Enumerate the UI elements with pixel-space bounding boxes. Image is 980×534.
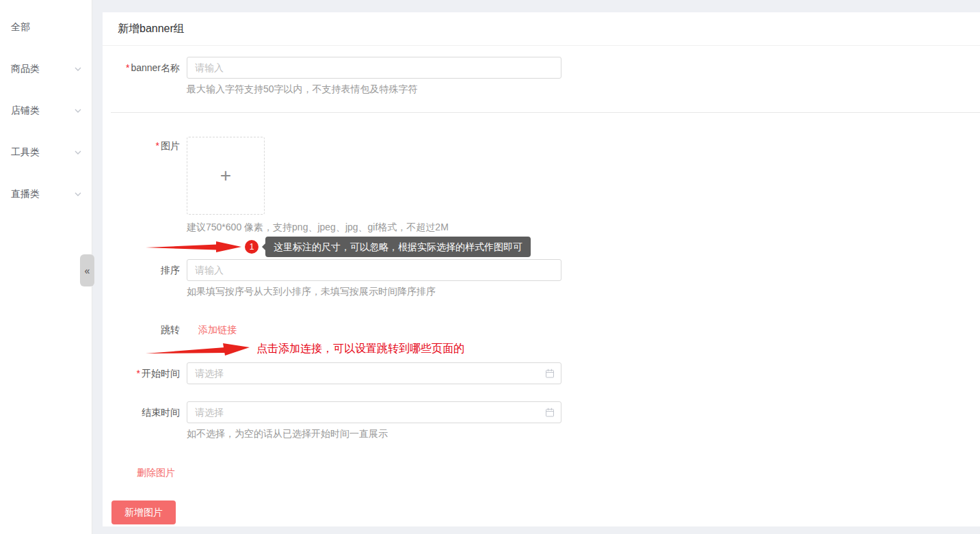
image-upload-box[interactable]: + bbox=[187, 137, 265, 215]
sidebar-collapse-button[interactable]: « bbox=[80, 254, 94, 286]
chevron-down-icon bbox=[74, 190, 82, 198]
sort-input[interactable] bbox=[187, 259, 561, 281]
section-divider bbox=[111, 112, 980, 113]
page-title: 新增banner组 bbox=[118, 22, 185, 36]
size-note-annotation: 1 这里标注的尺寸，可以忽略，根据实际选择的样式作图即可 bbox=[146, 237, 980, 257]
sort-helper: 如果填写按序号从大到小排序，未填写按展示时间降序排序 bbox=[187, 285, 561, 298]
tooltip-arrow bbox=[262, 243, 265, 250]
category-sidebar: 全部 商品类 店铺类 工具类 直播类 bbox=[0, 0, 92, 534]
link-note-annotation: 点击添加连接，可以设置跳转到哪些页面的 bbox=[146, 341, 980, 357]
image-helper: 建议750*600 像素，支持png、jpeg、jpg、gif格式，不超过2M bbox=[187, 221, 449, 234]
sidebar-item-label: 工具类 bbox=[11, 146, 74, 159]
card-header: 新增banner组 bbox=[103, 12, 980, 46]
add-image-button[interactable]: 新增图片 bbox=[111, 500, 176, 524]
jump-label: 跳转 bbox=[103, 323, 187, 336]
banner-admin-page: { "sidebar": { "items": [ { "label": "全部… bbox=[0, 0, 980, 534]
end-time-helper: 如不选择，为空的话从已选择开始时间一直展示 bbox=[187, 427, 561, 440]
sidebar-item-product[interactable]: 商品类 bbox=[0, 48, 92, 90]
chevron-down-icon bbox=[74, 107, 82, 115]
delete-image-button[interactable]: 删除图片 bbox=[137, 467, 175, 479]
sidebar-item-label: 直播类 bbox=[11, 188, 74, 200]
image-label: *图片 bbox=[103, 137, 187, 234]
step-1-badge: 1 bbox=[245, 240, 259, 254]
sidebar-item-label: 商品类 bbox=[11, 63, 74, 75]
chevron-down-icon bbox=[74, 148, 82, 157]
required-asterisk: * bbox=[156, 140, 159, 151]
red-arrow-icon bbox=[146, 341, 250, 356]
sidebar-item-label: 店铺类 bbox=[11, 105, 74, 117]
sidebar-item-all[interactable]: 全部 bbox=[0, 6, 92, 48]
end-time-row: 结束时间 如不选择，为空的话从已选择开始时间一直展示 bbox=[103, 401, 980, 440]
plus-icon: + bbox=[220, 165, 231, 187]
start-time-row: *开始时间 bbox=[103, 362, 980, 384]
calendar-icon[interactable] bbox=[545, 369, 555, 378]
calendar-icon[interactable] bbox=[545, 408, 555, 417]
add-link-button[interactable]: 添加链接 bbox=[198, 323, 237, 336]
jump-row: 跳转 添加链接 bbox=[103, 323, 980, 336]
required-asterisk: * bbox=[137, 368, 140, 379]
link-note-text: 点击添加连接，可以设置跳转到哪些页面的 bbox=[256, 342, 464, 356]
collapse-left-icon: « bbox=[85, 265, 90, 276]
end-time-label: 结束时间 bbox=[103, 401, 187, 440]
sort-row: 排序 如果填写按序号从大到小排序，未填写按展示时间降序排序 bbox=[103, 259, 980, 298]
sidebar-item-tools[interactable]: 工具类 bbox=[0, 131, 92, 173]
required-asterisk: * bbox=[126, 62, 129, 73]
add-banner-group-panel: 新增banner组 *banner名称 最大输入字符支持50字以内，不支持表情包… bbox=[103, 12, 980, 526]
image-row: *图片 + 建议750*600 像素，支持png、jpeg、jpg、gif格式，… bbox=[103, 137, 980, 234]
banner-name-helper: 最大输入字符支持50字以内，不支持表情包及特殊字符 bbox=[187, 83, 561, 96]
start-time-input[interactable] bbox=[187, 362, 561, 384]
sort-label: 排序 bbox=[103, 259, 187, 298]
banner-name-input[interactable] bbox=[187, 57, 561, 79]
start-time-label: *开始时间 bbox=[103, 362, 187, 384]
sidebar-item-label: 全部 bbox=[11, 21, 82, 34]
red-arrow-icon bbox=[146, 241, 241, 253]
size-note-tooltip: 这里标注的尺寸，可以忽略，根据实际选择的样式作图即可 bbox=[265, 237, 531, 257]
sidebar-item-live[interactable]: 直播类 bbox=[0, 173, 92, 215]
sidebar-item-shop[interactable]: 店铺类 bbox=[0, 90, 92, 131]
end-time-input[interactable] bbox=[187, 401, 561, 423]
banner-form: *banner名称 最大输入字符支持50字以内，不支持表情包及特殊字符 *图片 … bbox=[103, 46, 980, 524]
banner-name-row: *banner名称 最大输入字符支持50字以内，不支持表情包及特殊字符 bbox=[103, 57, 980, 96]
banner-name-label: *banner名称 bbox=[103, 57, 187, 96]
chevron-down-icon bbox=[74, 65, 82, 73]
